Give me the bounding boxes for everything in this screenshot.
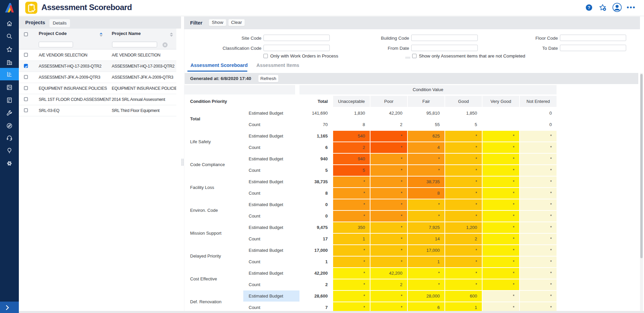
svg-text:?: ? — [588, 5, 591, 10]
